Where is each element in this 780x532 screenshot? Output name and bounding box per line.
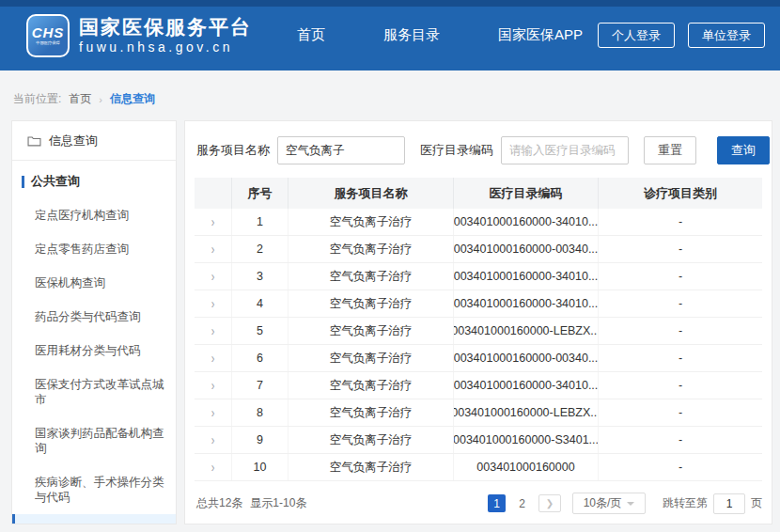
table-row: › 3 空气负离子治疗 003401000160000-34010... - <box>195 263 762 290</box>
table-row: › 6 空气负离子治疗 003401000160000-00340... - <box>195 345 762 372</box>
row-no: 7 <box>232 372 289 399</box>
breadcrumb-home-link[interactable]: 首页 <box>69 91 91 107</box>
sidebar-menu-item[interactable]: 医用耗材分类与代码 <box>12 334 176 368</box>
nav-item[interactable]: 首页 <box>297 26 325 44</box>
site-logo[interactable]: CHS 中国医疗保障 国家医保服务平台 fuwu.nhsa.gov.cn <box>26 14 252 57</box>
main-panel: 服务项目名称 医疗目录编码 重置 查询 序号 服务项目名称 医疗目录编码 诊疗项… <box>184 120 772 524</box>
row-service-name: 空气负离子治疗 <box>289 345 454 371</box>
query-button[interactable]: 查询 <box>717 136 770 164</box>
row-category: - <box>599 318 762 344</box>
expand-row-icon[interactable]: › <box>211 242 215 257</box>
table-footer: 总共12条 显示1-10条 12 ❯ 10条/页 跳转至第 页 <box>185 481 772 514</box>
table-header-row: 序号 服务项目名称 医疗目录编码 诊疗项目类别 <box>195 178 762 209</box>
site-title: 国家医保服务平台 <box>79 16 252 39</box>
jump-page-input[interactable] <box>713 493 745 514</box>
expand-row-icon[interactable]: › <box>211 296 215 311</box>
row-catalog-code: 003401000160000-34010... <box>454 372 599 399</box>
row-service-name: 空气负离子治疗 <box>289 427 454 453</box>
row-catalog-code: 003401000160000-00340... <box>454 345 599 371</box>
jump-prefix-label: 跳转至第 <box>663 495 708 511</box>
sidebar-menu-item[interactable]: 医保机构查询 <box>12 266 176 300</box>
expand-row-icon[interactable]: › <box>211 323 215 338</box>
row-category: - <box>599 236 762 262</box>
nav-item[interactable]: 服务目录 <box>383 26 440 44</box>
results-table: 序号 服务项目名称 医疗目录编码 诊疗项目类别 › 1 空气负离子治疗 0034… <box>195 178 762 481</box>
sidebar-menu-item[interactable]: 疾病诊断、手术操作分类与代码 <box>12 465 176 514</box>
row-catalog-code: 003401000160000-34010... <box>454 263 599 289</box>
row-service-name: 空气负离子治疗 <box>289 263 454 289</box>
expand-row-icon[interactable]: › <box>211 405 215 420</box>
row-catalog-code: 003401000160000 <box>454 454 599 480</box>
row-catalog-code: 003401000160000-34010... <box>454 209 599 235</box>
catalog-code-input[interactable] <box>501 136 629 164</box>
breadcrumb-prefix: 当前位置: <box>13 91 61 107</box>
row-no: 4 <box>232 290 289 317</box>
reset-button[interactable]: 重置 <box>644 136 696 164</box>
col-header-no: 序号 <box>232 178 289 209</box>
sidebar-menu-item[interactable]: 药品分类与代码查询 <box>12 300 176 334</box>
sidebar-title-label: 信息查询 <box>49 133 98 149</box>
login-actions: 个人登录单位登录 <box>598 23 765 48</box>
top-header: CHS 中国医疗保障 国家医保服务平台 fuwu.nhsa.gov.cn 首页服… <box>0 0 780 70</box>
table-row: › 5 空气负离子治疗 003401000160000-LEBZX... - <box>195 318 762 345</box>
sidebar-menu-item[interactable]: 定点零售药店查询 <box>12 232 176 266</box>
row-service-name: 空气负离子治疗 <box>289 372 454 399</box>
row-service-name: 空气负离子治疗 <box>289 290 454 317</box>
expand-row-icon[interactable]: › <box>211 378 215 393</box>
expand-row-icon[interactable]: › <box>211 460 215 475</box>
search-form: 服务项目名称 医疗目录编码 重置 查询 <box>185 121 772 178</box>
chevron-right-icon: ❯ <box>546 498 554 509</box>
row-category: - <box>599 263 762 289</box>
folder-icon <box>27 135 41 147</box>
breadcrumb-current-link[interactable]: 信息查询 <box>110 91 155 107</box>
sidebar-menu-item-label: 医保支付方式改革试点城市 <box>35 378 164 406</box>
sidebar-menu-item[interactable]: 国家谈判药品配备机构查询 <box>12 416 176 465</box>
row-catalog-code: 003401000160000-00340... <box>454 236 599 262</box>
row-no: 10 <box>232 454 289 480</box>
sidebar-title: 信息查询 <box>12 121 176 161</box>
col-header-name: 服务项目名称 <box>289 178 454 209</box>
service-name-input[interactable] <box>277 136 405 164</box>
nav-item[interactable]: 国家医保APP <box>498 26 583 44</box>
row-no: 8 <box>232 399 289 426</box>
expand-row-icon[interactable]: › <box>211 214 215 229</box>
sidebar-menu-item[interactable]: 定点医疗机构查询 <box>12 198 176 232</box>
table-row: › 2 空气负离子治疗 003401000160000-00340... - <box>195 236 762 263</box>
table-row: › 9 空气负离子治疗 003401000160000-S3401... - <box>195 427 762 454</box>
expand-row-icon[interactable]: › <box>211 269 215 284</box>
col-header-code: 医疗目录编码 <box>454 178 599 209</box>
page-size-select[interactable]: 10条/页 <box>572 493 646 514</box>
row-no: 1 <box>232 209 289 235</box>
expand-row-icon[interactable]: › <box>211 432 215 447</box>
login-button[interactable]: 单位登录 <box>688 23 765 48</box>
sidebar-menu-item-label: 国家谈判药品配备机构查询 <box>35 427 164 455</box>
sidebar-menu-item[interactable]: 医保支付方式改革试点城市 <box>12 368 176 416</box>
login-button[interactable]: 个人登录 <box>598 23 675 48</box>
table-row: › 4 空气负离子治疗 003401000160000-34010... - <box>195 290 762 318</box>
logo-badge-text: CHS <box>32 25 65 39</box>
row-catalog-code: 003401000160000-S3401... <box>454 427 599 453</box>
sidebar-menu-item-label: 药品分类与代码查询 <box>35 310 141 323</box>
site-domain: fuwu.nhsa.gov.cn <box>79 39 252 55</box>
table-row: › 8 空气负离子治疗 003401000160000-LEBZX... - <box>195 399 762 427</box>
sidebar-section-label: 公共查询 <box>31 173 80 190</box>
expand-row-icon[interactable]: › <box>211 351 215 366</box>
sidebar-menu-item-label: 医用耗材分类与代码 <box>35 344 141 357</box>
row-no: 6 <box>232 345 289 371</box>
row-catalog-code: 003401000160000-34010... <box>454 290 599 317</box>
table-body: › 1 空气负离子治疗 003401000160000-34010... - ›… <box>195 209 762 481</box>
sidebar-menu-item-label: 定点医疗机构查询 <box>35 209 129 222</box>
breadcrumb: 当前位置: 首页 › 信息查询 <box>0 70 780 120</box>
row-no: 5 <box>232 318 289 344</box>
page-number-button[interactable]: 1 <box>488 494 506 512</box>
row-category: - <box>599 427 762 453</box>
row-service-name: 空气负离子治疗 <box>289 318 454 344</box>
page-number-button[interactable]: 2 <box>513 494 531 512</box>
row-no: 9 <box>232 427 289 453</box>
next-page-button[interactable]: ❯ <box>538 494 561 512</box>
section-marker-icon <box>22 176 24 188</box>
sidebar-menu-item[interactable]: 医疗服务项目分类与代码 <box>12 514 176 524</box>
table-row: › 10 空气负离子治疗 003401000160000 - <box>195 454 762 481</box>
sidebar: 信息查询 公共查询 定点医疗机构查询 定点零售药店查询 医保机构查询 <box>11 120 177 524</box>
nhsa-logo-icon: CHS 中国医疗保障 <box>26 14 70 57</box>
